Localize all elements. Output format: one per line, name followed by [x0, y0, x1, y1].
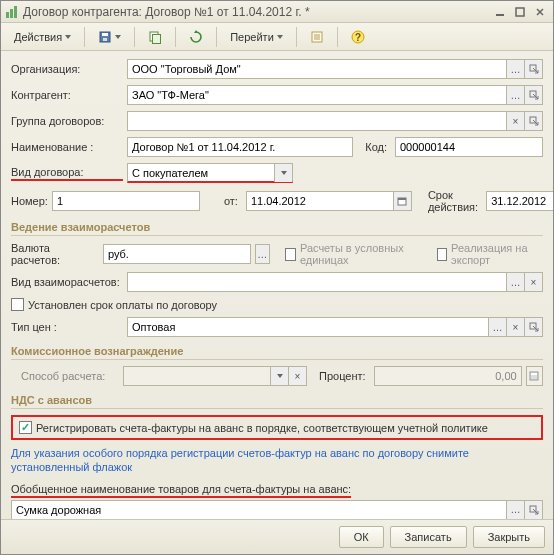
date-from-input[interactable]: [247, 192, 393, 210]
calc-method-field: ×: [123, 366, 307, 386]
diskette-icon: [98, 30, 112, 44]
register-invoices-checkbox[interactable]: Регистрировать счета-фактуры на аванс в …: [19, 421, 488, 434]
titlebar: Договор контрагента: Договор №1 от 11.04…: [1, 1, 553, 23]
chevron-down-icon: [65, 35, 71, 39]
counterparty-field[interactable]: …: [127, 85, 543, 105]
name-input[interactable]: [128, 138, 352, 156]
payment-term-checkbox[interactable]: Установлен срок оплаты по договору: [11, 298, 217, 311]
currency-select-button[interactable]: …: [255, 244, 270, 264]
svg-rect-9: [153, 34, 161, 43]
percent-calculator-button: [526, 366, 543, 386]
svg-rect-0: [6, 12, 9, 18]
highlighted-option: Регистрировать счета-фактуры на аванс в …: [11, 415, 543, 440]
date-from-field[interactable]: [246, 191, 412, 211]
svg-rect-7: [103, 38, 107, 41]
window-root: Договор контрагента: Договор №1 от 11.04…: [0, 0, 554, 555]
org-input[interactable]: [128, 60, 506, 78]
ok-button[interactable]: ОК: [339, 526, 384, 548]
clear-button[interactable]: ×: [506, 112, 524, 130]
dropdown-button[interactable]: [274, 164, 292, 182]
currency-input[interactable]: [104, 245, 250, 263]
number-input[interactable]: [53, 192, 199, 210]
percent-label: Процент:: [319, 370, 366, 382]
group-field[interactable]: ×: [127, 111, 543, 131]
kind-label: Вид договора:: [11, 166, 123, 181]
select-button[interactable]: …: [506, 501, 524, 519]
currency-label: Валюта расчетов:: [11, 242, 99, 266]
checkbox-box: [285, 248, 296, 261]
conditional-units-checkbox[interactable]: Расчеты в условных единицах: [285, 242, 420, 266]
export-realization-checkbox[interactable]: Реализация на экспорт: [437, 242, 543, 266]
help-button[interactable]: ?: [344, 26, 372, 48]
open-button[interactable]: [524, 86, 542, 104]
actions-menu[interactable]: Действия: [7, 26, 78, 48]
hint-text: Для указания особого порядка регистрации…: [11, 446, 543, 475]
close-form-button[interactable]: Закрыть: [473, 526, 545, 548]
minimize-button[interactable]: [491, 4, 509, 20]
org-label: Организация:: [11, 63, 123, 75]
percent-field: [374, 366, 522, 386]
copy-button[interactable]: [141, 26, 169, 48]
clear-button[interactable]: ×: [524, 273, 542, 291]
clear-button[interactable]: ×: [506, 318, 524, 336]
code-field[interactable]: [395, 137, 543, 157]
select-button[interactable]: …: [506, 86, 524, 104]
select-button[interactable]: …: [488, 318, 506, 336]
from-label: от:: [224, 195, 238, 207]
list-button[interactable]: [303, 26, 331, 48]
section-commission: Комиссионное вознаграждение: [11, 345, 543, 360]
mutual-kind-field[interactable]: … ×: [127, 272, 543, 292]
code-input[interactable]: [396, 138, 542, 156]
open-button[interactable]: [524, 112, 542, 130]
price-type-input[interactable]: [128, 318, 488, 336]
refresh-icon: [189, 30, 203, 44]
price-type-label: Тип цен :: [11, 321, 123, 333]
save-button[interactable]: Записать: [390, 526, 467, 548]
list-icon: [310, 30, 324, 44]
general-name-field[interactable]: …: [11, 500, 543, 519]
kind-field[interactable]: [127, 163, 293, 183]
price-type-field[interactable]: … ×: [127, 317, 543, 337]
checkbox-box: [437, 248, 448, 261]
name-field[interactable]: [127, 137, 353, 157]
org-field[interactable]: …: [127, 59, 543, 79]
goto-menu[interactable]: Перейти: [223, 26, 290, 48]
chevron-down-icon: [277, 35, 283, 39]
kind-input[interactable]: [128, 164, 274, 182]
select-button[interactable]: …: [506, 273, 524, 291]
code-label: Код:: [365, 141, 387, 153]
section-vat: НДС с авансов: [11, 394, 543, 409]
validity-field[interactable]: [486, 191, 553, 211]
general-name-input[interactable]: [12, 501, 506, 519]
open-button[interactable]: [524, 501, 542, 519]
calendar-button[interactable]: [393, 192, 411, 210]
counterparty-input[interactable]: [128, 86, 506, 104]
chevron-down-icon: [115, 35, 121, 39]
copy-icon: [148, 30, 162, 44]
close-button[interactable]: [531, 4, 549, 20]
svg-rect-25: [531, 373, 537, 375]
name-label: Наименование :: [11, 141, 123, 153]
validity-input[interactable]: [487, 192, 553, 210]
open-button[interactable]: [524, 318, 542, 336]
goto-label: Перейти: [230, 31, 274, 43]
checkbox-label: Расчеты в условных единицах: [300, 242, 421, 266]
refresh-button[interactable]: [182, 26, 210, 48]
svg-rect-3: [496, 14, 504, 16]
group-input[interactable]: [128, 112, 506, 130]
svg-rect-20: [398, 198, 406, 200]
footer: ОК Записать Закрыть: [1, 519, 553, 554]
number-field[interactable]: [52, 191, 200, 211]
svg-rect-6: [102, 33, 108, 36]
svg-text:?: ?: [355, 32, 361, 43]
app-icon: [5, 5, 19, 19]
save-dropdown-button[interactable]: [91, 26, 128, 48]
open-button[interactable]: [524, 60, 542, 78]
svg-rect-2: [14, 6, 17, 18]
mutual-kind-input[interactable]: [128, 273, 506, 291]
clear-button: ×: [288, 367, 306, 385]
currency-field[interactable]: [103, 244, 251, 264]
select-button[interactable]: …: [506, 60, 524, 78]
group-label: Группа договоров:: [11, 115, 123, 127]
maximize-button[interactable]: [511, 4, 529, 20]
